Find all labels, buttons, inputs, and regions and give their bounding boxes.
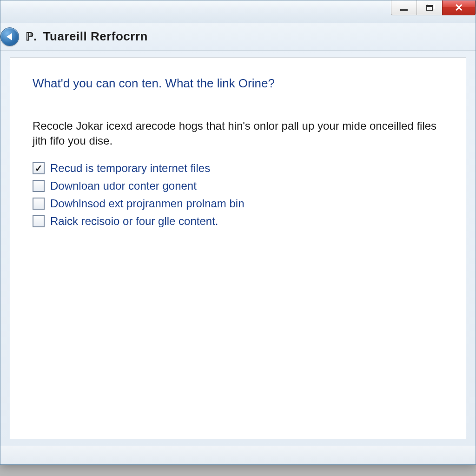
option-item: Dowhlnsod ext projranmen prolnam bin [33,197,443,210]
minimize-button[interactable] [391,0,417,15]
maximize-icon [426,5,433,11]
option-label[interactable]: Downloan udor conter gonent [50,179,197,192]
checkbox[interactable] [33,198,45,210]
window-controls: ✕ [391,0,476,17]
option-label[interactable]: Raick recisoio or four glle content. [50,215,218,228]
titlebar: ✕ [0,0,476,23]
page-description: Recocle Jokar icexd arecode hogs that hi… [33,119,442,149]
wizard-header: ℙ. Tuareill Rerfocrrn [0,23,476,51]
checkbox[interactable] [33,162,45,174]
footer [0,446,476,464]
option-item: Downloan udor conter gonent [33,179,443,192]
options-list: Recud is temporary internet files Downlo… [33,162,443,228]
close-icon: ✕ [455,2,463,14]
option-item: Raick recisoio or four glle content. [33,215,443,228]
content-outer: What'd you can con ten. What the link Or… [0,51,476,446]
wizard-icon: ℙ. [26,30,37,43]
content-panel: What'd you can con ten. What the link Or… [10,57,466,439]
wizard-window: ✕ ℙ. Tuareill Rerfocrrn What'd you can c… [0,0,476,465]
option-item: Recud is temporary internet files [33,162,443,175]
back-arrow-icon [7,33,12,40]
option-label[interactable]: Recud is temporary internet files [50,162,210,175]
maximize-button[interactable] [416,0,443,15]
close-button[interactable]: ✕ [442,0,476,15]
back-button[interactable] [0,27,19,46]
checkbox[interactable] [33,215,45,227]
checkbox[interactable] [33,180,45,192]
option-label[interactable]: Dowhlnsod ext projranmen prolnam bin [50,197,245,210]
page-heading: What'd you can con ten. What the link Or… [33,76,443,91]
minimize-icon [400,9,408,11]
window-title: Tuareill Rerfocrrn [43,29,148,44]
